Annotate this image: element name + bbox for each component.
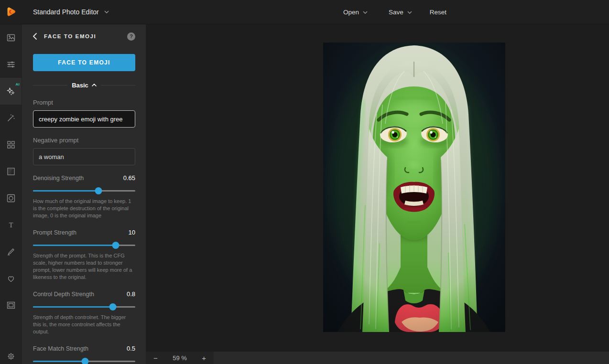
face-match-strength-slider[interactable] <box>33 358 135 364</box>
sidebar-item-adjustments[interactable] <box>0 51 22 78</box>
sidebar-item-magic-wand[interactable] <box>0 105 22 131</box>
sidebar-item-frame[interactable] <box>0 292 22 319</box>
grid-icon <box>6 140 16 150</box>
prompt-label: Prompt <box>33 99 135 106</box>
chevron-left-icon <box>33 33 37 40</box>
sidebar-item-text[interactable]: T <box>0 212 22 238</box>
slider-thumb[interactable] <box>95 187 102 194</box>
slider-fill <box>33 190 98 192</box>
basic-section-label: Basic <box>72 82 88 89</box>
basic-section-toggle[interactable]: Basic <box>33 81 135 89</box>
sidebar-item-favorites[interactable] <box>0 265 22 292</box>
face-match-strength-label: Face Match Strength <box>33 345 88 352</box>
app-logo[interactable] <box>0 6 22 18</box>
prompt-strength-value: 10 <box>129 229 135 236</box>
sidebar-item-overlay[interactable] <box>0 185 22 212</box>
zoom-in-button[interactable]: + <box>202 354 206 362</box>
open-menu[interactable]: Open <box>343 9 368 16</box>
face-match-strength-value: 0.5 <box>127 345 135 352</box>
negative-prompt-input[interactable] <box>33 148 135 165</box>
topbar-menu: Open Save Reset <box>343 0 446 24</box>
slider-thumb[interactable] <box>109 303 116 310</box>
ai-badge: AI <box>15 82 20 86</box>
heart-icon <box>6 274 16 283</box>
statusbar: − 59 % + <box>146 352 609 364</box>
svg-text:T: T <box>9 221 13 229</box>
chevron-down-icon <box>363 11 368 14</box>
save-label: Save <box>389 9 403 16</box>
chevron-up-icon <box>92 84 97 86</box>
slider-fill <box>33 361 85 362</box>
control-depth-strength-label: Control Depth Strength <box>33 291 94 298</box>
zoom-level[interactable]: 59 % <box>173 354 187 362</box>
open-label: Open <box>343 9 359 16</box>
denoising-strength-label: Denoising Strength <box>33 175 84 182</box>
sidebar-item-texture[interactable] <box>0 158 22 185</box>
sidebar-item-ai-tools[interactable]: AI <box>0 78 22 105</box>
sidebar: AI T <box>0 24 22 364</box>
canvas-image-zombie-portrait <box>323 43 505 332</box>
zoom-toolbar: − 59 % + <box>146 352 214 364</box>
control-depth-strength-value: 0.8 <box>127 290 135 298</box>
marker-pen-icon <box>6 247 16 257</box>
sidebar-item-elements[interactable] <box>0 131 22 158</box>
control-depth-strength-description: Strength of depth controlnet. The bigger… <box>33 314 135 335</box>
denoising-strength-control: Denoising Strength 0.65 How much of the … <box>33 174 135 219</box>
panel-title: FACE TO EMOJI <box>44 33 96 39</box>
back-button[interactable] <box>33 33 37 40</box>
control-depth-strength-control: Control Depth Strength 0.8 Strength of d… <box>33 290 135 335</box>
topbar: Standard Photo Editor Open Save Reset <box>0 0 609 24</box>
prompt-strength-control: Prompt Strength 10 Strength of the promp… <box>33 229 135 281</box>
logo-icon <box>5 6 17 18</box>
sidebar-item-settings[interactable] <box>0 352 22 361</box>
focus-overlay-icon <box>6 193 16 203</box>
denoising-strength-value: 0.65 <box>123 174 135 182</box>
face-to-emoji-panel: FACE TO EMOJI ? FACE TO EMOJI Basic Prom… <box>22 24 146 364</box>
slider-thumb[interactable] <box>112 242 120 249</box>
magic-wand-icon <box>6 113 16 123</box>
app-title-menu[interactable]: Standard Photo Editor <box>33 8 109 16</box>
chevron-down-icon <box>407 11 412 14</box>
ai-sparkles-icon <box>6 86 16 96</box>
help-icon[interactable]: ? <box>127 32 135 41</box>
denoising-strength-slider[interactable] <box>33 187 135 194</box>
canvas-area[interactable]: − 59 % + <box>146 24 609 364</box>
sidebar-item-image[interactable] <box>0 24 22 51</box>
app-title: Standard Photo Editor <box>33 8 99 16</box>
sidebar-item-draw[interactable] <box>0 238 22 265</box>
zoom-out-button[interactable]: − <box>153 354 158 362</box>
panel-header: FACE TO EMOJI ? <box>33 31 135 42</box>
control-depth-strength-slider[interactable] <box>33 303 135 310</box>
divider <box>33 85 67 86</box>
slider-fill <box>33 306 113 308</box>
reset-button[interactable]: Reset <box>430 9 446 16</box>
face-to-emoji-button[interactable]: FACE TO EMOJI <box>33 54 135 71</box>
text-icon: T <box>6 220 16 230</box>
save-menu[interactable]: Save <box>389 9 412 16</box>
denoising-strength-description: How much of the original image to keep. … <box>33 198 135 219</box>
divider <box>101 85 135 86</box>
adjustments-icon <box>6 60 16 69</box>
prompt-strength-slider[interactable] <box>33 242 135 249</box>
face-match-strength-control: Face Match Strength 0.5 <box>33 345 135 364</box>
slider-thumb[interactable] <box>82 358 89 364</box>
frame-icon <box>6 300 16 310</box>
image-icon <box>6 33 16 43</box>
prompt-strength-description: Strength of the prompt. This is the CFG … <box>33 252 135 281</box>
negative-prompt-label: Negative prompt <box>33 137 135 144</box>
prompt-strength-label: Prompt Strength <box>33 229 76 236</box>
chevron-down-icon <box>104 11 109 13</box>
reset-label: Reset <box>430 9 446 16</box>
halftone-pattern-icon <box>6 167 16 176</box>
gear-icon <box>7 352 15 361</box>
prompt-input[interactable] <box>33 110 135 128</box>
slider-fill <box>33 245 116 246</box>
